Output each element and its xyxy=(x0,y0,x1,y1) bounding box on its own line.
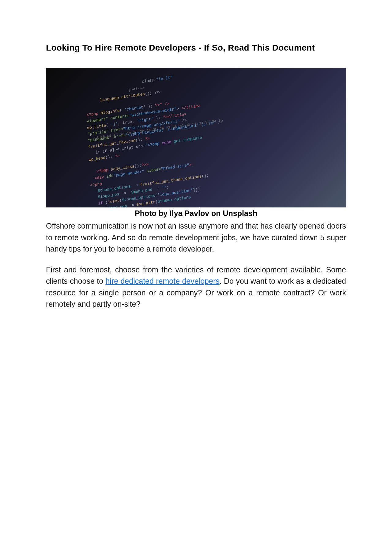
image-caption: Photo by Ilya Pavlov on Unsplash xyxy=(46,209,346,218)
hero-code-image: class="ie lt" |><!--> language_attribute… xyxy=(46,68,346,207)
document-title: Looking To Hire Remote Developers - If S… xyxy=(46,43,346,53)
hire-developers-link[interactable]: hire dedicated remote developers xyxy=(105,277,219,285)
intro-paragraph: Offshore communication is now not an iss… xyxy=(46,220,346,255)
body-paragraph: First and foremost, choose from the vari… xyxy=(46,264,346,310)
